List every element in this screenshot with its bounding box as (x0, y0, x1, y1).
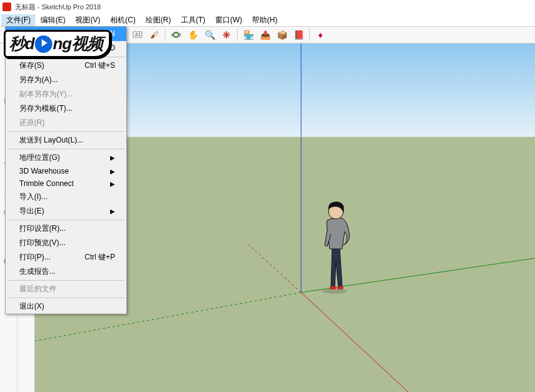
menu-view[interactable]: 视图(V) (70, 14, 105, 26)
warehouse-icon[interactable]: 🏪 (241, 27, 256, 42)
menu-item[interactable]: 3D Warehouse▶ (6, 165, 126, 177)
warehouse-share-icon[interactable]: 📤 (258, 27, 272, 42)
menu-item[interactable]: 打印设置(R)... (6, 222, 126, 236)
menu-item[interactable]: 另存为模板(T)... (6, 101, 126, 116)
menu-file[interactable]: 文件(F) (1, 14, 35, 26)
menu-tools[interactable]: 工具(T) (176, 14, 210, 26)
ruby-icon[interactable]: ♦ (313, 27, 328, 42)
menu-bar: 文件(F) 编辑(E) 视图(V) 相机(C) 绘图(R) 工具(T) 窗口(W… (0, 14, 535, 26)
menu-item[interactable]: Trimble Connect▶ (6, 177, 126, 190)
menu-item[interactable]: 新建(N)Ctrl 键+N (6, 27, 126, 41)
menu-item[interactable]: 打印预览(V)... (6, 236, 126, 250)
menu-item: 副本另存为(Y)... (6, 87, 126, 101)
menu-item[interactable]: 保存(S)Ctrl 键+S (6, 58, 126, 73)
menu-item[interactable]: 打开(O)...Ctrl 键+O (6, 41, 126, 55)
menu-item[interactable]: 打印(P)...Ctrl 键+P (6, 250, 126, 264)
menu-item[interactable]: 导出(E)▶ (6, 204, 126, 218)
zoom-icon[interactable]: 🔍 (202, 27, 217, 42)
file-menu-dropdown: 新建(N)Ctrl 键+N打开(O)...Ctrl 键+O保存(S)Ctrl 键… (5, 26, 127, 314)
svg-point-23 (322, 289, 347, 294)
menu-camera[interactable]: 相机(C) (105, 14, 141, 26)
extension-mgr-icon[interactable]: 📕 (291, 27, 306, 42)
menu-item[interactable]: 生成报告... (6, 264, 126, 279)
extensions-icon[interactable]: 📦 (274, 27, 289, 42)
menu-item[interactable]: 发送到 LayOut(L)... (6, 133, 126, 147)
title-bar: 无标题 - SketchUp Pro 2018 (0, 0, 535, 14)
menu-draw[interactable]: 绘图(R) (141, 14, 176, 26)
menu-item: 还原(R) (6, 116, 126, 130)
app-icon (2, 2, 11, 11)
menu-help[interactable]: 帮助(H) (247, 14, 282, 26)
menu-window[interactable]: 窗口(W) (210, 14, 247, 26)
svg-rect-25 (337, 286, 343, 289)
menu-item[interactable]: 另存为(A)... (6, 73, 126, 87)
menu-item[interactable]: 导入(I)... (6, 190, 126, 204)
text-icon[interactable]: A1 (130, 27, 145, 42)
zoom-extents-icon[interactable] (219, 27, 234, 42)
svg-text:A1: A1 (135, 32, 141, 37)
menu-item[interactable]: 退出(X) (6, 299, 126, 314)
paint-icon[interactable]: 🖌 (147, 27, 162, 42)
menu-item: 最近的文件 (6, 282, 126, 296)
menu-item[interactable]: 地理位置(G)▶ (6, 151, 126, 165)
svg-rect-24 (330, 286, 336, 289)
window-title: 无标题 - SketchUp Pro 2018 (15, 2, 101, 12)
menu-edit[interactable]: 编辑(E) (35, 14, 70, 26)
pan-icon[interactable]: ✋ (185, 27, 200, 42)
orbit-icon[interactable] (169, 27, 184, 42)
